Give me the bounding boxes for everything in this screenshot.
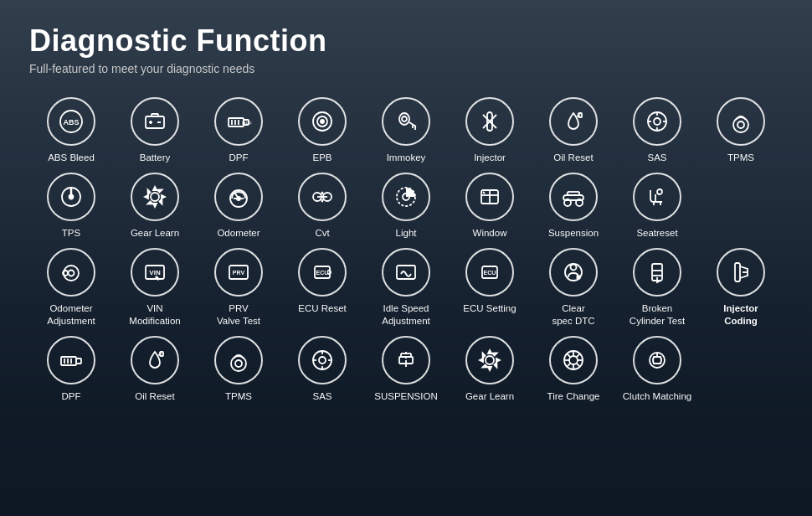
ecu-reset-label: ECU Reset [298,302,347,315]
svg-line-51 [483,192,485,194]
item-suspension-2[interactable]: SUSPENSION [364,333,448,406]
item-dpf[interactable]: DPF DPF [197,94,280,168]
light-label: Light [396,227,417,240]
oil-reset-2-label: Oil Reset [135,390,174,403]
svg-point-72 [571,264,577,270]
clutch-matching-label: Clutch Matching [623,390,691,403]
item-idle-speed[interactable]: Idle SpeedAdjustment [364,245,448,331]
page-subtitle: Full-featured to meet your diagnostic ne… [29,62,783,75]
dpf-2-icon [47,336,95,384]
battery-label: Battery [140,152,170,164]
icon-grid-row2: TPS Gear Learn [29,169,783,243]
gear-learn-2-label: Gear Learn [465,390,514,403]
injector-coding-label: InjectorCoding [723,302,758,328]
clear-dtc-icon [549,248,598,297]
injector-coding-icon [717,248,765,297]
idle-speed-label: Idle SpeedAdjustment [382,302,430,328]
svg-point-102 [569,356,578,364]
item-tpms[interactable]: TPMS [699,94,783,168]
abs-bleed-icon: ABS [47,97,95,146]
item-vin-mod[interactable]: VIN VINModification [113,245,197,331]
item-empty-2 [699,333,783,406]
item-tpms-2[interactable]: TPMS [197,333,280,406]
item-empty-1 [699,169,783,243]
sas-label: SAS [647,152,666,164]
sas-icon [633,97,681,146]
item-sas-2[interactable]: SAS [280,333,364,406]
item-tire-change[interactable]: Tire Change [532,333,615,406]
svg-point-28 [654,118,660,125]
svg-point-90 [319,357,326,364]
item-oil-reset-2[interactable]: Oil Reset [113,333,197,406]
oil-reset-2-icon [131,336,179,384]
item-sas[interactable]: SAS [615,94,699,168]
item-clutch-matching[interactable]: Clutch Matching [615,333,699,406]
odometer-icon [214,173,263,221]
tire-change-label: Tire Change [547,390,600,403]
item-prv[interactable]: PRV PRVValve Test [197,245,280,331]
item-oil-reset[interactable]: Oil Reset [532,94,615,168]
suspension-label: Suspension [548,227,599,240]
item-broken-cyl[interactable]: BrokenCylinder Test [615,245,699,331]
dpf-label: DPF [229,152,249,164]
item-light[interactable]: Light [364,169,448,243]
item-injector-coding[interactable]: InjectorCoding [699,245,783,331]
item-suspension[interactable]: Suspension [532,169,615,243]
svg-line-107 [567,353,570,357]
svg-rect-80 [61,357,76,365]
item-clear-dtc[interactable]: Clearspec DTC [532,245,615,331]
item-ecu-setting[interactable]: ECU ECU Setting [448,245,532,331]
svg-rect-81 [76,359,81,364]
item-tps[interactable]: TPS [29,169,113,243]
gear-learn-icon [131,173,179,221]
injector-label: Injector [474,152,506,164]
tire-change-icon [549,336,598,384]
seatreset-label: Seatreset [636,227,677,240]
svg-rect-68 [397,266,415,279]
svg-point-60 [69,270,75,276]
cvt-icon [298,173,347,221]
svg-point-34 [737,121,744,128]
item-odometer-adj[interactable]: OdometerAdjustment [29,245,113,331]
icon-grid-row4: DPF Oil Reset TPMS [29,333,783,406]
prv-icon: PRV [214,248,263,297]
tpms-2-icon [214,336,263,384]
item-ecu-reset[interactable]: ECU ECU Reset [280,245,364,331]
sas-2-icon [298,336,347,384]
item-gear-learn[interactable]: Gear Learn [113,169,197,243]
ecu-reset-icon: ECU [298,248,347,297]
svg-line-109 [577,353,580,357]
clear-dtc-label: Clearspec DTC [552,302,594,328]
item-window[interactable]: Window [448,169,532,243]
broken-cyl-label: BrokenCylinder Test [630,302,685,328]
item-injector[interactable]: Injector [448,94,532,168]
item-cvt[interactable]: Cvt [280,169,364,243]
svg-point-16 [321,120,324,123]
svg-rect-78 [735,263,740,281]
oil-reset-icon [549,97,598,146]
gear-learn-2-icon [465,336,514,384]
tpms-label: TPMS [727,152,754,164]
item-gear-learn-2[interactable]: Gear Learn [448,333,532,406]
item-abs-bleed[interactable]: ABS ABS Bleed [29,94,113,168]
item-epb[interactable]: EPB [280,94,364,168]
svg-line-110 [567,363,570,366]
epb-icon [298,97,347,146]
cvt-label: Cvt [315,227,329,240]
item-dpf-2[interactable]: DPF [29,333,113,406]
item-immokey[interactable]: Immokey [364,94,448,168]
injector-icon [465,97,514,146]
svg-rect-2 [146,116,164,128]
broken-cyl-icon [633,248,681,297]
tpms-2-label: TPMS [225,390,252,403]
svg-point-18 [402,116,407,121]
item-seatreset[interactable]: Seatreset [615,169,699,243]
icon-grid-row3: OdometerAdjustment VIN VINModification P… [29,245,783,331]
prv-label: PRVValve Test [217,302,260,328]
vin-mod-icon: VIN [131,248,179,297]
item-battery[interactable]: Battery [113,94,197,168]
svg-point-100 [486,356,494,364]
item-odometer[interactable]: Odometer [197,169,280,243]
svg-point-59 [64,266,79,281]
odometer-adj-icon [47,248,95,297]
